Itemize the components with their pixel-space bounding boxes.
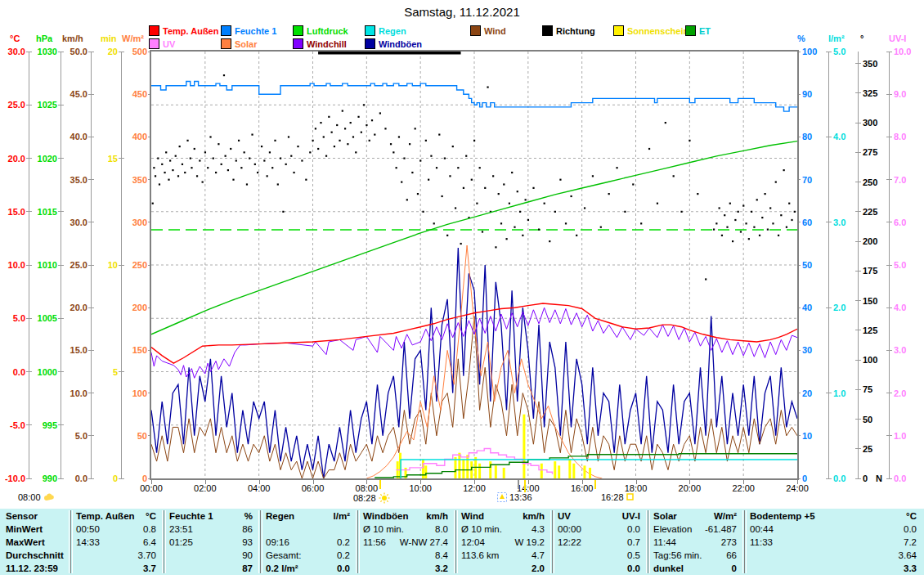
- direction-dot: [780, 214, 782, 216]
- direction-dot: [392, 151, 394, 153]
- axis-tick-mark: [826, 222, 832, 222]
- direction-dot: [184, 172, 186, 173]
- table-row: 3.2: [357, 562, 455, 575]
- direction-dot: [415, 128, 416, 129]
- axis-tick-mark: [855, 478, 861, 479]
- direction-dot: [199, 159, 200, 161]
- axis-tick-label: 20.0: [8, 155, 25, 164]
- direction-dot: [186, 140, 188, 141]
- direction-dot: [317, 148, 319, 150]
- table-column-unit: l/m²: [334, 511, 357, 521]
- table-row: 87: [164, 562, 260, 575]
- direction-dot: [465, 155, 467, 157]
- x-axis-label: 24:00: [779, 483, 815, 493]
- direction-dot: [532, 187, 534, 189]
- direction-dot: [409, 143, 410, 145]
- table-column-name: Bodentemp +5: [744, 511, 815, 521]
- solar-max-icon: [497, 492, 507, 502]
- axis-tick-mark: [88, 222, 94, 222]
- table-row: Ø 10 min.4.3: [455, 523, 552, 536]
- axis-tick-mark: [58, 424, 64, 425]
- table-column-header: Regenl/m²: [260, 509, 357, 523]
- statistics-table: SensorMinWertMaxWertDurchschnitt11.12. 2…: [0, 509, 924, 575]
- table-row-label: Sensor: [0, 509, 70, 523]
- direction-dot: [571, 195, 572, 197]
- direction-dot: [778, 235, 779, 236]
- table-row: 0.0: [552, 562, 648, 575]
- axis-tick-mark: [886, 137, 892, 137]
- pre-sunrise-time: 08:00: [18, 492, 41, 502]
- axis-tick-label: 10.0: [894, 47, 911, 56]
- axis-tick-label: 20: [802, 389, 812, 398]
- legend-swatch-icon: [293, 38, 303, 49]
- direction-dot: [417, 193, 419, 195]
- sunshine-bar: [540, 464, 543, 478]
- direction-dot: [584, 207, 585, 209]
- axis-tick-mark: [886, 52, 892, 52]
- axis-tick-mark: [58, 478, 64, 479]
- axis-tick-label: 200: [863, 237, 877, 246]
- direction-dot: [168, 179, 169, 181]
- legend-item-regen: Regen: [365, 25, 406, 36]
- legend-label: UV: [163, 39, 175, 49]
- direction-dot: [290, 155, 292, 157]
- legend-item-wind: Wind: [470, 25, 506, 36]
- table-cell-value: 273: [721, 537, 744, 547]
- table-cell-value: 0.2: [337, 537, 357, 547]
- direction-dot: [379, 112, 381, 114]
- axis-tick-label: 40.0: [70, 132, 87, 141]
- axis-tick-mark: [26, 105, 32, 105]
- direction-dot: [756, 199, 758, 200]
- direction-dot: [352, 136, 354, 137]
- x-axis-label: 10:00: [402, 483, 438, 493]
- table-column-name: Temp. Außen: [70, 511, 135, 521]
- table-cell-time: Elevation: [648, 524, 692, 534]
- legend-label: Wind: [484, 26, 506, 36]
- table-row: Elevation-61.487: [648, 523, 744, 536]
- axis-unit-min: min: [101, 34, 117, 43]
- axis-tick-mark: [119, 371, 124, 372]
- legend-swatch-icon: [365, 38, 375, 49]
- axis-tick-mark: [855, 123, 861, 123]
- table-column-name: Solar: [648, 511, 677, 521]
- axis-tick-label: 25.0: [8, 101, 25, 110]
- axis-line-°C: [29, 52, 29, 479]
- direction-dot: [544, 203, 545, 204]
- direction-dot: [288, 136, 289, 137]
- table-column-name: Regen: [260, 511, 294, 521]
- direction-dot: [452, 146, 454, 147]
- table-row-labels: SensorMinWertMaxWertDurchschnitt11.12. 2…: [0, 509, 70, 575]
- axis-tick-label: 500: [132, 47, 147, 56]
- direction-dot: [218, 143, 219, 145]
- direction-dot: [554, 211, 556, 213]
- direction-dot: [172, 169, 173, 171]
- legend-label: Windchill: [307, 39, 347, 49]
- direction-dot: [369, 140, 370, 141]
- legend-swatch-icon: [221, 25, 231, 36]
- direction-dot: [511, 172, 513, 173]
- direction-dot: [251, 134, 253, 136]
- direction-dot: [788, 203, 790, 204]
- table-row: Tag:56 min.66: [648, 549, 744, 562]
- axis-tick-mark: [26, 52, 32, 52]
- legend-item-et: ET: [685, 25, 711, 36]
- table-cell-value: 6.4: [143, 537, 164, 547]
- direction-dot: [492, 175, 494, 177]
- axis-tick-label: 60: [802, 218, 812, 227]
- legend-swatch-icon: [470, 25, 481, 36]
- axis-tick-label: 5.0: [894, 261, 906, 270]
- table-column-feuchte-1: Feuchte 1%23:518601:25939087: [164, 509, 260, 575]
- axis-tick-mark: [58, 105, 64, 105]
- table-cell-value: 3.3: [904, 563, 924, 573]
- direction-dot: [202, 182, 204, 183]
- legend-label: Feuchte 1: [235, 26, 276, 36]
- direction-dot: [339, 140, 340, 141]
- table-cell-value: -61.487: [705, 524, 744, 534]
- direction-dot: [673, 175, 675, 177]
- x-axis-label: 20:00: [671, 483, 707, 493]
- axis-tick-mark: [886, 435, 892, 436]
- direction-dot: [280, 158, 281, 159]
- table-column-header: Windkm/h: [455, 509, 552, 523]
- direction-dot: [632, 183, 634, 185]
- axis-tick-mark: [886, 393, 892, 393]
